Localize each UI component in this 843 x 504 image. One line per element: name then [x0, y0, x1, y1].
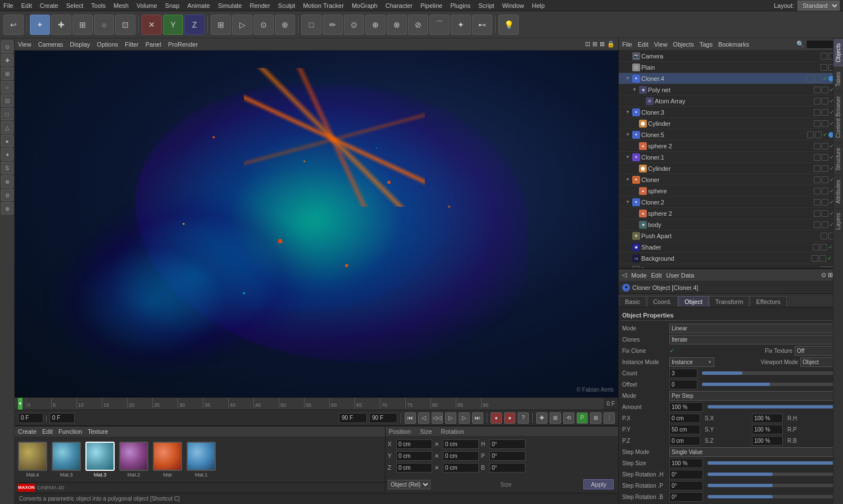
viewport-tab-display[interactable]: Display	[70, 41, 90, 48]
vis-icon[interactable]	[814, 98, 821, 105]
obj-arrow[interactable]: ▼	[624, 110, 631, 115]
menu-select[interactable]: Select	[66, 2, 84, 9]
vis-icon[interactable]	[814, 221, 821, 228]
viewport-tab-cameras[interactable]: Cameras	[38, 41, 64, 48]
vis-icon[interactable]	[807, 75, 814, 82]
vis-icon[interactable]	[814, 176, 821, 183]
prop-stepsize-slider[interactable]	[708, 461, 837, 465]
vis-icon[interactable]	[821, 64, 827, 71]
viewport-tab-panel[interactable]: Panel	[146, 41, 161, 48]
vis-icon[interactable]	[814, 120, 821, 127]
menu-tools[interactable]: Tools	[91, 2, 106, 9]
prop-stepsize-input[interactable]	[669, 458, 703, 468]
om-menu-edit[interactable]: Edit	[638, 41, 649, 48]
props-tab-coord[interactable]: Coord.	[647, 296, 678, 307]
current-frame-input[interactable]	[18, 413, 43, 423]
vis-icon[interactable]	[812, 255, 818, 262]
vis-icon[interactable]	[814, 87, 821, 93]
render-icon[interactable]	[822, 98, 828, 105]
prop-clones-dropdown[interactable]: Iterate ▼	[669, 335, 840, 344]
obj-row-sphere[interactable]: ● sphere ✓	[619, 185, 843, 197]
props-tab-effectors[interactable]: Effectors	[750, 296, 786, 307]
obj-row-cloner5[interactable]: ▼ ✦ Cloner.5 ✓	[619, 129, 843, 140]
obj-row-background[interactable]: ▭ Background ✓	[619, 253, 843, 264]
prop-fixclone-check[interactable]: ✓	[669, 347, 674, 355]
render-icon[interactable]	[822, 87, 828, 93]
props-menu-userdata[interactable]: User Data	[667, 272, 695, 279]
play-button[interactable]: ▷	[445, 412, 456, 424]
sync-button[interactable]: ⟲	[563, 412, 574, 424]
sidebar-tool5[interactable]: ✦	[1, 148, 13, 161]
sidebar-rotate[interactable]: ○	[1, 81, 13, 93]
viewport-tab-view[interactable]: View	[18, 41, 31, 48]
obj-row-cyl2[interactable]: ⬤ Cylinder ✓	[619, 163, 843, 174]
menu-animate[interactable]: Animate	[187, 2, 210, 9]
transform-z-input[interactable]	[396, 463, 432, 473]
frame-start-input[interactable]	[49, 413, 75, 423]
viewport-tab-prorender[interactable]: ProRender	[168, 41, 198, 48]
y-axis-button[interactable]: Y	[163, 15, 183, 35]
x-axis-button[interactable]: ✕	[142, 15, 162, 35]
render-view-button[interactable]: ⊞	[211, 15, 231, 35]
right-tab-layers[interactable]: Layers	[833, 208, 843, 234]
rot-h-input[interactable]	[490, 439, 525, 449]
menu-help[interactable]: Help	[532, 2, 545, 9]
prop-sy-input[interactable]	[752, 425, 783, 434]
mat-menu-create[interactable]: Create	[18, 428, 37, 435]
rot-p-input[interactable]	[490, 451, 525, 461]
timeline-ticks[interactable]: 0 5 10 15 20 25 30 35 40 45 50 55 60 65 …	[15, 398, 604, 410]
render-to-po-button[interactable]: ⊙	[253, 15, 274, 35]
props-tab-basic[interactable]: Basic	[619, 296, 646, 307]
om-menu-tags[interactable]: Tags	[700, 41, 713, 48]
interactive-render-button[interactable]: ⊛	[275, 15, 295, 35]
obj-row-camera[interactable]: 📷 Camera ✓	[619, 51, 843, 62]
sidebar-select[interactable]: ⊙	[1, 40, 13, 53]
check-icon[interactable]: ✓	[823, 131, 827, 138]
vp-snap-icon[interactable]: ⊡	[585, 40, 590, 48]
viewport-tab-options[interactable]: Options	[97, 41, 118, 48]
props-collapse-icon[interactable]: ◁	[622, 271, 627, 279]
obj-row-cloner1[interactable]: ▼ ✦ Cloner.1 ✓	[619, 152, 843, 163]
sidebar-tool9[interactable]: ⊕	[1, 202, 13, 215]
render-icon[interactable]	[822, 210, 828, 217]
sidebar-tool8[interactable]: ⊘	[1, 189, 13, 201]
prop-steprotb-slider[interactable]	[708, 495, 837, 498]
menu-create[interactable]: Create	[40, 2, 58, 9]
prop-instancemode-dropdown[interactable]: Instance ▼	[669, 357, 714, 367]
obj-row-cloner4[interactable]: ▼ ✦ Cloner.4 ✓	[619, 73, 843, 84]
prop-steproth-input[interactable]	[669, 470, 703, 479]
menu-window[interactable]: Window	[502, 2, 524, 9]
menu-script[interactable]: Script	[478, 2, 494, 9]
sidebar-tool3[interactable]: △	[1, 121, 13, 134]
vis-icon[interactable]	[814, 188, 821, 194]
vis-icon[interactable]	[814, 143, 821, 149]
material-item-mat4[interactable]: Mat.4	[18, 442, 47, 478]
undo-button[interactable]: ↩	[3, 15, 24, 35]
vis-icon[interactable]	[814, 210, 821, 217]
render-icon[interactable]	[822, 188, 828, 194]
prop-mode-dropdown[interactable]: Linear ▼	[669, 324, 840, 333]
prop-sz-input[interactable]	[752, 436, 783, 446]
props-menu-mode[interactable]: Mode	[631, 272, 647, 279]
boolean-tool[interactable]: ⊘	[408, 15, 428, 35]
prop-px-input[interactable]	[669, 414, 700, 423]
jump-start-button[interactable]: ⏮	[405, 412, 416, 424]
prop-offset-slider[interactable]	[702, 383, 837, 386]
right-tab-takes[interactable]: Takes	[833, 67, 843, 91]
record-pos-button[interactable]: ●	[504, 412, 515, 424]
material-item-mat3a[interactable]: Mat.3	[52, 442, 81, 478]
prop-steprotb-input[interactable]	[669, 492, 703, 502]
sidebar-tool2[interactable]: □	[1, 108, 13, 120]
props-menu-edit[interactable]: Edit	[651, 272, 662, 279]
right-tab-contentbrowser[interactable]: Content Browser	[833, 91, 843, 142]
menu-plugins[interactable]: Plugins	[450, 2, 470, 9]
render-icon[interactable]	[822, 143, 828, 149]
menu-snap[interactable]: Snap	[165, 2, 180, 9]
prop-offset-input[interactable]	[669, 380, 697, 389]
obj-row-sphere2b[interactable]: ● sphere 2 ✓	[619, 208, 843, 219]
vp-layout-icon[interactable]: ⊞	[592, 40, 597, 48]
move-tool-button[interactable]: ✚	[51, 15, 71, 35]
z-axis-button[interactable]: Z	[184, 15, 205, 35]
right-tab-structure[interactable]: Structure	[833, 143, 843, 175]
render-icon[interactable]	[815, 75, 822, 82]
